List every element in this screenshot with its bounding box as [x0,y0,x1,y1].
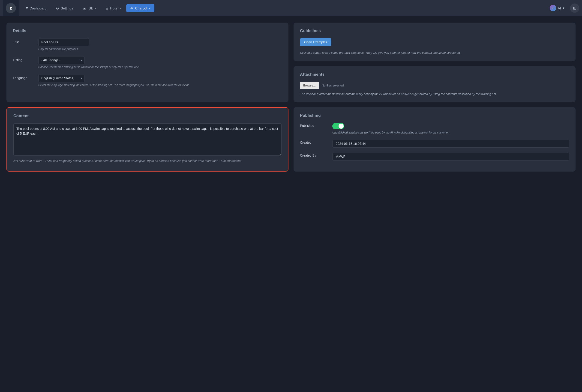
nav-items: ♥ Dashboard ⚙ Settings ☁ IBE ▾ ⊞ Hotel ▾… [22,4,546,12]
nav-item-label: Settings [61,6,73,10]
ibe-icon: ☁ [82,6,86,10]
grid-button[interactable]: ⊞ [570,4,579,13]
dashboard-icon: ♥ [26,6,28,10]
published-toggle[interactable] [332,123,344,129]
content-textarea[interactable]: The pool opens at 8:00 AM and closes at … [13,123,281,156]
no-files-text: No files selected. [322,84,345,87]
nav-item-chatbot[interactable]: ✏ Chatbot ▾ [126,4,154,12]
attachments-hint: The uploaded attachments will be automat… [300,92,569,96]
chevron-down-icon: ▾ [95,7,96,10]
details-card: Details Title Only for administrative pu… [7,22,288,102]
listing-label: Listing [13,56,38,62]
chatbot-icon: ✏ [130,6,133,10]
guidelines-card: Guidelines Open Examples Click this butt… [294,22,575,61]
content-hint: Not sure what to write? Think of a frequ… [13,159,281,163]
language-label: Language [13,74,38,80]
nav-item-label: Chatbot [135,6,147,10]
title-input[interactable] [38,38,89,46]
created-by-content: VikWP [332,153,569,160]
chevron-down-icon: ▾ [149,7,150,10]
publishing-card: Publishing Published Unpublished trainin… [294,107,575,172]
listing-field-row: Listing - All Listings - Choose whether … [13,56,282,69]
nav-item-label: IBE [88,6,93,10]
language-select-wrapper: English (United States) [38,74,85,82]
attachments-card: Attachments Browse... No files selected.… [294,66,575,102]
hotel-icon: ⊞ [105,6,108,10]
main-content: Details Title Only for administrative pu… [0,16,582,178]
nav-item-ibe[interactable]: ☁ IBE ▾ [78,4,100,12]
title-field-row: Title Only for administrative purposes. [13,38,282,51]
nav-item-dashboard[interactable]: ♥ Dashboard [22,4,51,12]
publishing-title: Publishing [300,113,569,118]
main-nav: e ♥ Dashboard ⚙ Settings ☁ IBE ▾ ⊞ Hotel… [0,0,582,16]
created-label: Created [300,140,328,144]
right-column: Guidelines Open Examples Click this butt… [294,22,575,102]
content-card: Content The pool opens at 8:00 AM and cl… [7,107,288,172]
guidelines-title: Guidelines [300,28,569,33]
nav-item-settings[interactable]: ⚙ Settings [52,4,77,12]
nav-item-label: AI [558,6,561,10]
guidelines-description: Click this button to see some pre-built … [300,50,569,55]
nav-item-ai[interactable]: ✦ AI ▾ [546,3,568,13]
attachments-row: Browse... No files selected. [300,82,569,89]
listing-hint: Choose whether the training set is valid… [38,65,282,69]
svg-text:e: e [10,4,12,11]
title-hint: Only for administrative purposes. [38,47,282,51]
grid-icon: ⊞ [573,6,576,10]
attachments-title: Attachments [300,72,569,77]
published-content: Unpublished training sets won't be used … [332,123,569,135]
settings-icon: ⚙ [56,6,59,10]
browse-button[interactable]: Browse... [300,82,319,89]
toggle-wrapper [332,123,569,129]
title-field-content: Only for administrative purposes. [38,38,282,51]
listing-field-content: - All Listings - Choose whether the trai… [38,56,282,69]
published-row: Published Unpublished training sets won'… [300,123,569,135]
created-row: Created 2024-06-18 16:06:44 [300,140,569,148]
title-label: Title [13,38,38,44]
language-select[interactable]: English (United States) [38,74,85,82]
chevron-down-icon: ▾ [120,7,121,10]
nav-item-label: Dashboard [30,6,47,10]
nav-item-label: Hotel [110,6,118,10]
listing-select[interactable]: - All Listings - [38,56,85,64]
language-field-row: Language English (United States) Select … [13,74,282,87]
language-hint: Select the language matching the content… [38,83,282,87]
ai-icon: ✦ [550,5,556,11]
created-by-row: Created By VikWP [300,153,569,160]
created-by-label: Created By [300,153,328,157]
open-examples-button[interactable]: Open Examples [300,38,331,46]
published-label: Published [300,123,328,128]
logo: e [3,0,19,16]
chevron-down-icon: ▾ [563,6,564,10]
published-hint: Unpublished training sets won't be used … [332,131,569,135]
created-content: 2024-06-18 16:06:44 [332,140,569,148]
created-value: 2024-06-18 16:06:44 [332,140,569,148]
content-title: Content [13,114,281,118]
language-field-content: English (United States) Select the langu… [38,74,282,87]
created-by-value: VikWP [332,153,569,160]
nav-item-hotel[interactable]: ⊞ Hotel ▾ [101,4,125,12]
details-title: Details [13,28,282,33]
listing-select-wrapper: - All Listings - [38,56,85,64]
nav-end: ✦ AI ▾ ⊞ [546,3,579,13]
